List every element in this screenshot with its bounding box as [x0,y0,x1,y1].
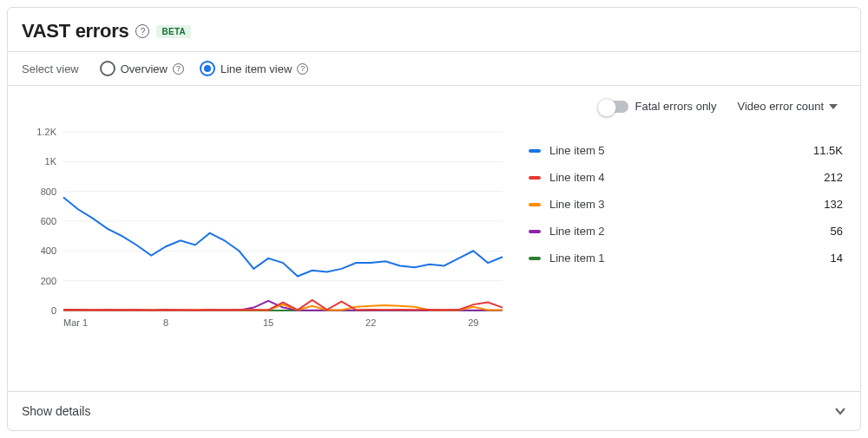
fatal-errors-toggle[interactable] [599,101,628,113]
view-option-line-item[interactable]: Line item view ? [200,61,308,76]
metric-dropdown[interactable]: Video error count [733,96,844,116]
radio-icon [100,61,115,76]
vast-errors-card: VAST errors ? BETA Select view Overview … [7,7,861,431]
svg-text:200: 200 [41,276,56,286]
legend-value: 212 [791,171,843,184]
legend-name: Line item 1 [549,252,782,265]
legend-item[interactable]: Line item 4212 [529,164,843,191]
view-option-overview[interactable]: Overview ? [100,61,184,76]
svg-text:22: 22 [365,317,376,328]
legend-name: Line item 3 [549,198,782,211]
legend-swatch [529,176,541,180]
legend-swatch [529,203,541,206]
legend-name: Line item 5 [549,144,782,157]
card-header: VAST errors ? BETA [8,8,860,52]
caret-down-icon [829,102,838,111]
svg-text:1.2K: 1.2K [36,127,56,137]
toggle-label: Fatal errors only [635,100,717,113]
card-title: VAST errors [22,20,128,42]
legend-item[interactable]: Line item 256 [529,218,843,245]
chart-toolbar: Fatal errors only Video error count [8,86,860,121]
beta-badge: BETA [156,25,191,38]
fatal-errors-toggle-group: Fatal errors only [599,100,717,113]
legend-value: 14 [791,252,843,265]
dropdown-label: Video error count [738,100,825,113]
help-icon[interactable]: ? [135,24,149,38]
svg-text:800: 800 [41,186,56,197]
show-details-label: Show details [22,404,90,418]
select-view-label: Select view [22,62,79,75]
legend-column: Line item 511.5KLine item 4212Line item … [529,125,843,391]
legend-value: 11.5K [791,144,843,157]
svg-text:29: 29 [468,317,478,328]
legend-item[interactable]: Line item 3132 [529,191,843,218]
svg-text:Mar 1: Mar 1 [63,317,88,328]
legend-value: 56 [791,225,843,238]
help-icon[interactable]: ? [173,63,184,75]
legend-value: 132 [791,198,843,211]
chart-row: 02004006008001K1.2KMar 18152229 Line ite… [8,121,860,391]
view-option-label: Overview [121,62,168,75]
series-line [63,198,503,277]
help-icon[interactable]: ? [297,63,308,75]
svg-text:1K: 1K [45,156,57,167]
show-details-row[interactable]: Show details [8,391,860,430]
view-option-label: Line item view [220,62,292,75]
svg-text:0: 0 [51,305,56,316]
chevron-down-icon [834,405,846,417]
card-body: Fatal errors only Video error count 0200… [8,86,860,391]
legend-item[interactable]: Line item 511.5K [529,137,843,164]
svg-text:400: 400 [41,245,56,256]
legend-name: Line item 2 [549,225,782,238]
legend-swatch [529,149,541,153]
svg-text:600: 600 [41,216,56,226]
line-chart: 02004006008001K1.2KMar 18152229 [25,125,511,333]
svg-text:15: 15 [263,317,273,328]
radio-icon [200,61,215,76]
legend-name: Line item 4 [549,171,782,184]
legend-swatch [529,230,541,233]
legend-swatch [529,257,541,260]
svg-text:8: 8 [163,317,168,328]
chart-column: 02004006008001K1.2KMar 18152229 [25,125,511,391]
view-selector-bar: Select view Overview ? Line item view ? [8,52,860,86]
legend-item[interactable]: Line item 114 [529,245,843,271]
